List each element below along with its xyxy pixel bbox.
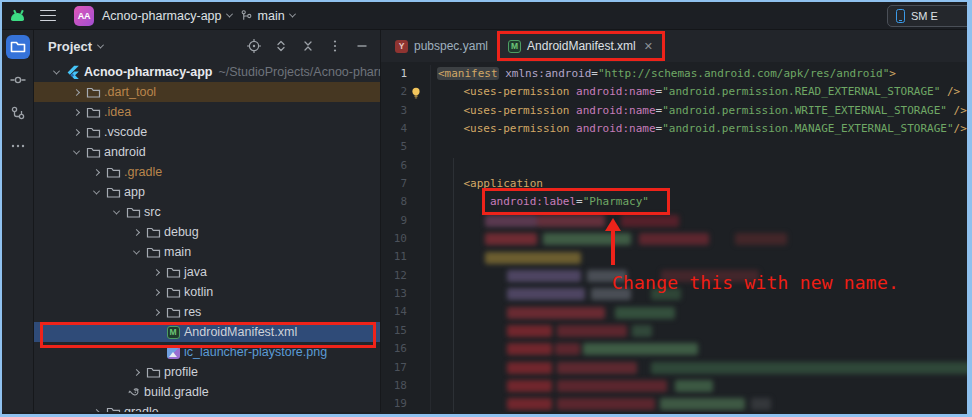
annotation-text: Change this with new name.	[612, 272, 899, 293]
tree-item-java[interactable]: java	[34, 262, 380, 282]
tree-item-label: build.gradle	[144, 385, 209, 399]
line-number: 2	[381, 83, 407, 101]
chevron-right-icon[interactable]	[152, 308, 159, 315]
chevron-down-icon	[289, 11, 296, 18]
tab-pubspec-yaml[interactable]: Ypubspec.yaml	[385, 30, 498, 62]
gradle-file-icon	[126, 386, 141, 399]
code-token: />	[947, 85, 960, 98]
code-line-14[interactable]: 14	[381, 303, 967, 321]
line-number: 8	[381, 193, 407, 211]
close-tab-icon[interactable]: ✕	[644, 40, 653, 53]
tree-item-label: .dart_tool	[104, 85, 156, 99]
line-number: 4	[381, 120, 407, 138]
tree-item-label: kotlin	[184, 285, 213, 299]
code-line-1[interactable]: 1<manifest xmlns:android="http://schemas…	[381, 65, 967, 83]
line-number: 19	[381, 395, 407, 412]
chevron-right-icon[interactable]	[72, 108, 79, 115]
code-token: "Pharmacy"	[583, 195, 649, 208]
code-token: <application	[464, 177, 543, 190]
tab-androidmanifest-xml[interactable]: MAndroidManifest.xml✕	[498, 30, 663, 62]
chevron-down-icon[interactable]	[52, 67, 59, 74]
image-file-icon	[167, 346, 180, 359]
code-line-18[interactable]: 18	[381, 377, 967, 395]
stripe-button-pull-requests[interactable]	[6, 101, 30, 125]
tree-item-androidmanifest-xml[interactable]: MAndroidManifest.xml	[34, 322, 380, 342]
code-token: "android.permission.MANAGE_EXTERNAL_STOR…	[662, 122, 953, 135]
chevron-down-icon[interactable]	[72, 147, 79, 154]
code-line-5[interactable]: 5	[381, 138, 967, 156]
chevron-right-icon[interactable]	[132, 228, 139, 235]
chevron-down-icon[interactable]	[92, 187, 99, 194]
code-line-9[interactable]: 9	[381, 212, 967, 230]
tool-window-stripe	[2, 30, 34, 412]
expand-all-icon[interactable]	[271, 36, 291, 56]
tree-item-main[interactable]: main	[34, 242, 380, 262]
more-options-icon[interactable]	[325, 36, 345, 56]
line-number: 11	[381, 248, 407, 266]
code-token	[940, 85, 947, 98]
code-token	[437, 177, 464, 190]
tree-item-kotlin[interactable]: kotlin	[34, 282, 380, 302]
code-line-10[interactable]: 10	[381, 230, 967, 248]
tree-item-profile[interactable]: profile	[34, 362, 380, 382]
stripe-button-project-folder[interactable]	[6, 35, 30, 59]
collapse-all-icon[interactable]	[298, 36, 318, 56]
code-line-11[interactable]: 11	[381, 248, 967, 266]
redacted-code	[431, 303, 675, 321]
folder-icon	[86, 126, 101, 139]
locate-file-icon[interactable]	[244, 36, 264, 56]
chevron-right-icon[interactable]	[92, 168, 99, 175]
code-line-2[interactable]: 2 <uses-permission android:name="android…	[381, 83, 967, 101]
chevron-down-icon[interactable]	[132, 247, 139, 254]
tree-item-src[interactable]: src	[34, 202, 380, 222]
code-token: <manifest	[437, 67, 499, 80]
tree-item-app[interactable]: app	[34, 182, 380, 202]
chevron-right-icon[interactable]	[92, 408, 99, 412]
stripe-button-more-tools[interactable]	[6, 134, 30, 158]
code-line-19[interactable]: 19	[381, 395, 967, 412]
code-line-17[interactable]: 17	[381, 359, 967, 377]
code-line-6[interactable]: 6	[381, 157, 967, 175]
code-line-4[interactable]: 4 <uses-permission android:name="android…	[381, 120, 967, 138]
project-selector[interactable]: Acnoo-pharmacy-app	[102, 9, 232, 23]
tree-item--dart-tool[interactable]: .dart_tool	[34, 82, 380, 102]
tree-item-acnoo-pharmacy-app[interactable]: Acnoo-pharmacy-app~/StudioProjects/Acnoo…	[34, 62, 380, 82]
tree-item-debug[interactable]: debug	[34, 222, 380, 242]
branch-selector[interactable]: main	[240, 9, 295, 23]
code-line-15[interactable]: 15	[381, 322, 967, 340]
chevron-right-icon[interactable]	[152, 288, 159, 295]
tree-item-label: debug	[164, 225, 199, 239]
tree-item-res[interactable]: res	[34, 302, 380, 322]
line-number: 9	[381, 212, 407, 230]
hamburger-icon[interactable]	[40, 10, 56, 22]
chevron-down-icon[interactable]	[97, 41, 104, 48]
chevron-right-icon[interactable]	[152, 268, 159, 275]
code-editor[interactable]: 1<manifest xmlns:android="http://schemas…	[381, 62, 967, 412]
intention-bulb-icon[interactable]	[407, 86, 425, 100]
code-token: <uses-permission	[464, 85, 570, 98]
chevron-right-icon[interactable]	[72, 128, 79, 135]
chevron-down-icon[interactable]	[112, 207, 119, 214]
folder-icon	[146, 246, 161, 259]
chevron-right-icon[interactable]	[72, 88, 79, 95]
chevron-right-icon[interactable]	[132, 368, 139, 375]
code-line-3[interactable]: 3 <uses-permission android:name="android…	[381, 102, 967, 120]
device-selector[interactable]: SM E	[887, 5, 972, 27]
tree-item-android[interactable]: android	[34, 142, 380, 162]
code-line-16[interactable]: 16	[381, 340, 967, 358]
project-avatar[interactable]: AA	[74, 6, 94, 26]
code-token	[947, 104, 954, 117]
code-line-7[interactable]: 7 <application	[381, 175, 967, 193]
phone-icon	[896, 9, 905, 23]
tree-item-label: profile	[164, 365, 198, 379]
tree-item--gradle[interactable]: .gradle	[34, 162, 380, 182]
stripe-button-commit[interactable]	[6, 68, 30, 92]
tree-item--vscode[interactable]: .vscode	[34, 122, 380, 142]
code-line-8[interactable]: 8 android:label="Pharmacy"	[381, 193, 967, 211]
folder-icon	[146, 226, 161, 239]
tree-item-build-gradle[interactable]: build.gradle	[34, 382, 380, 402]
tree-item-ic-launcher-playstore-png[interactable]: ic_launcher-playstore.png	[34, 342, 380, 362]
hide-panel-icon[interactable]	[352, 36, 372, 56]
tree-item-gradle[interactable]: gradle	[34, 402, 380, 412]
tree-item--idea[interactable]: .idea	[34, 102, 380, 122]
